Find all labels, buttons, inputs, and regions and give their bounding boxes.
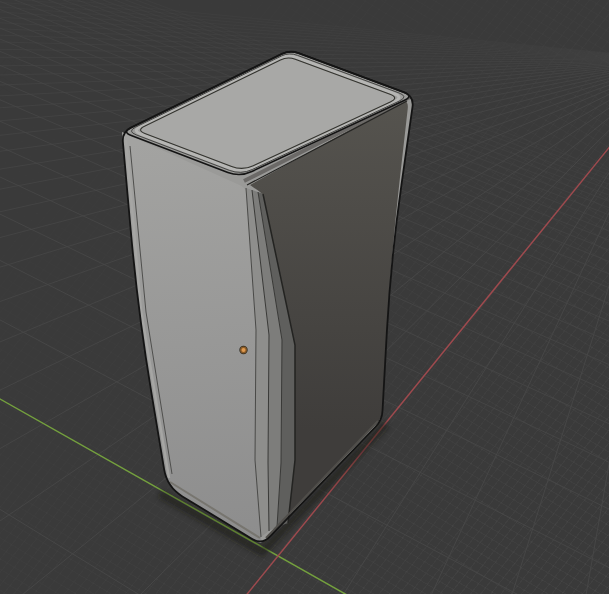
3d-viewport[interactable] xyxy=(0,0,609,594)
scene-canvas xyxy=(0,0,609,594)
mesh-box-object[interactable] xyxy=(122,52,413,552)
object-origin-dot[interactable] xyxy=(239,346,247,354)
